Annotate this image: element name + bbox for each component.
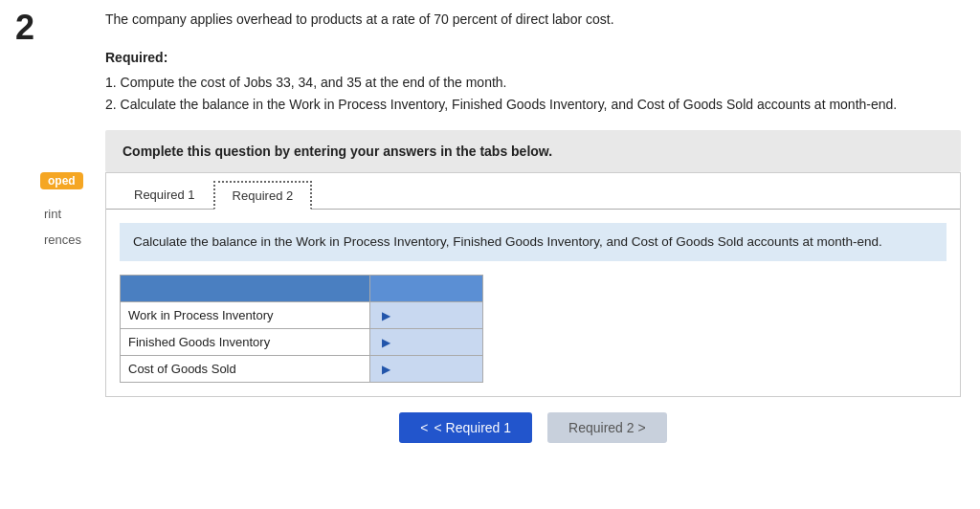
next-button-label: Required 2 > — [568, 420, 646, 435]
prev-button[interactable]: < < Required 1 — [399, 412, 532, 443]
tab-required1[interactable]: Required 1 — [116, 181, 213, 209]
tabs-container: Required 1 Required 2 Calculate the bala… — [105, 172, 961, 397]
row-value-input-3[interactable] — [390, 362, 475, 376]
next-button[interactable]: Required 2 > — [547, 412, 667, 443]
row-label-3: Cost of Goods Sold — [121, 356, 370, 383]
table-row: Work in Process Inventory ▶ — [121, 302, 483, 329]
row-value-cell-2: ▶ — [369, 329, 482, 356]
arrow-icon-1: ▶ — [382, 309, 390, 322]
row-label-2: Finished Goods Inventory — [121, 329, 370, 356]
main-content: The company applies overhead to products… — [96, 0, 980, 509]
table-header-value — [369, 276, 482, 302]
prev-button-label: < Required 1 — [434, 420, 512, 435]
arrow-icon-3: ▶ — [382, 363, 390, 376]
tab-required2[interactable]: Required 2 — [213, 181, 313, 210]
row-value-cell-1: ▶ — [369, 302, 482, 329]
data-table: Work in Process Inventory ▶ Finished Goo… — [120, 275, 483, 383]
row-value-input-1[interactable] — [390, 308, 475, 322]
row-label-1: Work in Process Inventory — [121, 302, 370, 329]
required-item-2: 2. Calculate the balance in the Work in … — [105, 94, 961, 115]
table-row: Finished Goods Inventory ▶ — [121, 329, 483, 356]
row-value-input-2[interactable] — [390, 335, 475, 349]
table-header-label — [121, 276, 370, 302]
row-value-cell-3: ▶ — [369, 356, 482, 383]
page-number: 2 — [0, 0, 40, 509]
tabs-header: Required 1 Required 2 — [106, 173, 960, 210]
required-label: Required: — [105, 47, 961, 68]
complete-box-text: Complete this question by entering your … — [122, 144, 944, 159]
sidebar-item-print[interactable]: rint — [40, 205, 65, 223]
table-row: Cost of Goods Sold ▶ — [121, 356, 483, 383]
tab-description: Calculate the balance in the Work in Pro… — [120, 223, 947, 261]
complete-box: Complete this question by entering your … — [105, 130, 961, 172]
sidebar-item-references[interactable]: rences — [40, 231, 85, 249]
sidebar-badge[interactable]: oped — [40, 172, 83, 189]
required-item-1: 1. Compute the cost of Jobs 33, 34, and … — [105, 72, 961, 93]
tab-content: Calculate the balance in the Work in Pro… — [106, 210, 960, 396]
intro-text: The company applies overhead to products… — [105, 10, 961, 30]
bottom-nav: < < Required 1 Required 2 > — [105, 397, 961, 451]
arrow-icon-2: ▶ — [382, 336, 390, 349]
chevron-left-icon: < — [420, 420, 428, 435]
sidebar: oped rint rences — [40, 0, 96, 509]
required-section: Required: 1. Compute the cost of Jobs 33… — [105, 47, 961, 115]
